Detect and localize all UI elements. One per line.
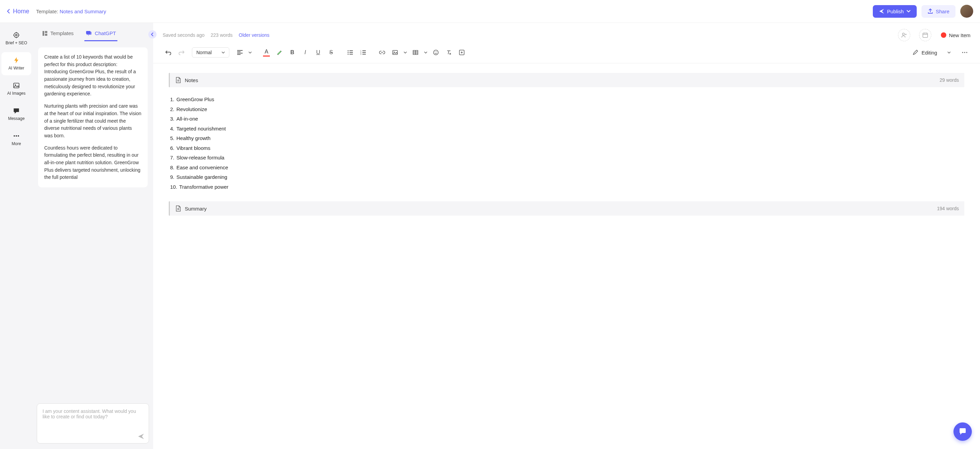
toolbar: Normal A B I U S 123	[153, 44, 980, 63]
new-item-label: New Item	[949, 32, 970, 38]
tab-label: ChatGPT	[95, 30, 116, 36]
document-icon	[175, 77, 181, 83]
chat-bubble-icon	[959, 428, 967, 435]
list-item: 10.Transformative power	[170, 182, 964, 192]
share-button[interactable]: Share	[921, 5, 956, 18]
bold-icon: B	[290, 50, 294, 56]
list-item: 2.Revolutionize	[170, 105, 964, 115]
rail-ai-images[interactable]: AI Images	[2, 77, 31, 101]
side-panel: Templates ChatGPT Create a list of 10 ke…	[33, 23, 153, 449]
insert-block-button[interactable]	[456, 47, 468, 58]
chat-message: Create a list of 10 keywords that would …	[38, 47, 148, 187]
numbered-list-button[interactable]: 123	[357, 47, 369, 58]
avatar[interactable]	[960, 5, 973, 18]
publish-button[interactable]: Publish	[873, 5, 917, 18]
collapse-panel-button[interactable]	[148, 30, 156, 38]
image-icon	[13, 82, 20, 89]
rail-label: AI Writer	[8, 66, 24, 70]
strikethrough-icon: S	[329, 50, 333, 56]
chevron-down-icon	[404, 51, 407, 53]
svg-point-25	[962, 52, 963, 53]
list-item: 1.GreenGrow Plus	[170, 95, 964, 105]
svg-point-10	[902, 33, 904, 35]
strikethrough-button[interactable]: S	[325, 47, 337, 58]
more-toolbar-button[interactable]	[959, 47, 970, 58]
add-collaborator-button[interactable]	[898, 29, 910, 41]
svg-rect-2	[14, 83, 19, 88]
align-dropdown[interactable]	[247, 47, 253, 58]
table-button[interactable]	[410, 47, 421, 58]
chat-input[interactable]	[43, 409, 143, 429]
emoji-icon	[433, 50, 439, 55]
svg-text:3: 3	[360, 53, 361, 55]
tab-label: Templates	[50, 30, 73, 36]
numbered-list-icon: 123	[360, 50, 366, 55]
svg-point-4	[14, 135, 15, 137]
redo-button[interactable]	[176, 47, 187, 58]
send-button[interactable]	[138, 433, 145, 440]
new-item-indicator[interactable]: New Item	[941, 32, 970, 38]
svg-point-19	[394, 51, 395, 52]
chevron-down-icon	[248, 51, 252, 53]
align-button[interactable]	[234, 47, 246, 58]
editing-mode-select[interactable]: Editing	[908, 48, 955, 58]
mode-label: Editing	[921, 50, 937, 56]
undo-icon	[165, 50, 172, 55]
section-notes[interactable]: Notes 29 words	[169, 73, 964, 87]
list-item: 8.Ease and convenience	[170, 163, 964, 173]
chat-body: Create a list of 10 keywords that would …	[33, 41, 153, 403]
svg-rect-8	[45, 31, 47, 33]
template-name[interactable]: Notes and Summary	[60, 8, 106, 14]
rail-more[interactable]: More	[2, 128, 31, 151]
list-item: 9.Sustainable gardening	[170, 173, 964, 182]
rail-ai-writer[interactable]: AI Writer	[2, 52, 31, 75]
chevron-down-icon	[424, 51, 427, 53]
rail-label: AI Images	[7, 91, 25, 96]
bold-button[interactable]: B	[286, 47, 298, 58]
highlight-button[interactable]	[274, 47, 285, 58]
svg-rect-9	[45, 34, 47, 36]
svg-point-14	[348, 54, 349, 55]
underline-button[interactable]: U	[312, 47, 324, 58]
clear-format-button[interactable]	[443, 47, 455, 58]
rail-label: Brief + SEO	[5, 40, 27, 45]
editor-area: Saved seconds ago 223 words Older versio…	[153, 23, 980, 449]
undo-button[interactable]	[163, 47, 174, 58]
chat-icon	[13, 107, 20, 114]
older-versions-link[interactable]: Older versions	[239, 32, 269, 38]
image-icon	[392, 50, 398, 55]
send-icon	[879, 8, 885, 14]
svg-point-23	[437, 51, 437, 52]
upload-icon	[928, 8, 933, 14]
paragraph-style-select[interactable]: Normal	[192, 47, 229, 58]
italic-button[interactable]: I	[299, 47, 311, 58]
svg-point-26	[964, 52, 966, 53]
link-icon	[379, 51, 385, 54]
home-link[interactable]: Home	[7, 8, 29, 15]
schedule-button[interactable]	[919, 29, 931, 41]
image-dropdown[interactable]	[402, 47, 408, 58]
status-dot-icon	[941, 32, 946, 38]
svg-rect-11	[923, 33, 928, 37]
text-color-icon: A	[265, 49, 269, 55]
rail-message[interactable]: Message	[2, 102, 31, 126]
svg-rect-7	[43, 31, 44, 36]
help-fab[interactable]	[953, 422, 972, 441]
image-button[interactable]	[389, 47, 401, 58]
section-summary[interactable]: Summary 194 words	[169, 201, 964, 216]
tab-chatgpt[interactable]: ChatGPT	[84, 27, 118, 41]
rail-brief-seo[interactable]: Brief + SEO	[2, 27, 31, 50]
link-button[interactable]	[376, 47, 388, 58]
tab-templates[interactable]: Templates	[41, 27, 75, 41]
emoji-button[interactable]	[430, 47, 442, 58]
home-label: Home	[13, 8, 29, 15]
bolt-icon	[13, 57, 20, 64]
section-title: Summary	[185, 206, 207, 212]
bullet-list-button[interactable]	[344, 47, 356, 58]
text-color-button[interactable]: A	[261, 49, 272, 56]
table-dropdown[interactable]	[423, 47, 429, 58]
notes-list[interactable]: 1.GreenGrow Plus 2.Revolutionize 3.All-i…	[169, 93, 964, 201]
chatgpt-icon	[86, 31, 92, 36]
rail-label: Message	[8, 116, 25, 121]
document[interactable]: Notes 29 words 1.GreenGrow Plus 2.Revolu…	[153, 63, 980, 449]
